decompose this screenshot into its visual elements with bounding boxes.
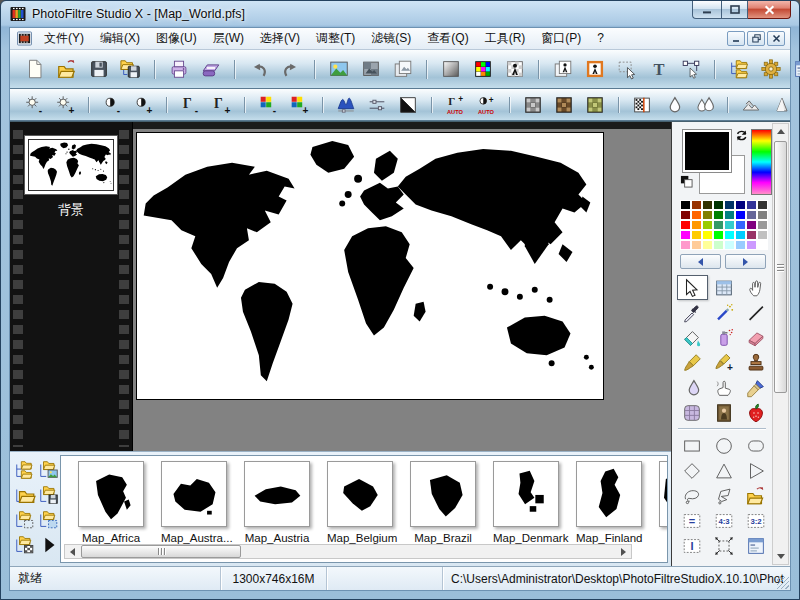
palette-color[interactable]	[746, 220, 757, 230]
menu-item[interactable]: 文件(Y)	[36, 29, 92, 47]
art-brush-tool[interactable]	[741, 375, 772, 400]
contrast-plus-button[interactable]: +	[130, 93, 156, 117]
palette-color[interactable]	[757, 200, 768, 210]
histogram-button[interactable]	[333, 93, 359, 117]
hand-tool[interactable]	[741, 275, 772, 300]
auto-gamma-button[interactable]: Γ+AUTO	[442, 93, 468, 117]
palette-color[interactable]	[691, 240, 702, 250]
browser-thumbnail[interactable]: M	[659, 461, 668, 544]
load-shape-shape-tool[interactable]	[741, 483, 772, 508]
foreground-color-swatch[interactable]	[683, 130, 731, 172]
palette-color[interactable]	[702, 240, 713, 250]
auto-contrast-button[interactable]: +AUTO	[473, 93, 499, 117]
transparency-button[interactable]	[501, 56, 528, 83]
relief-button[interactable]	[738, 93, 764, 117]
gamma-plus-button[interactable]: Γ+	[208, 93, 234, 117]
palette-color[interactable]	[724, 220, 735, 230]
duplicate-layer-button[interactable]	[549, 56, 576, 83]
image-frame-button[interactable]	[581, 56, 608, 83]
palette-color[interactable]	[757, 220, 768, 230]
palette-color[interactable]	[680, 200, 691, 210]
polygon-shape-tool[interactable]	[709, 483, 740, 508]
eyedropper-tool[interactable]	[677, 300, 708, 325]
minimize-button[interactable]	[692, 1, 721, 19]
menu-item[interactable]: 滤镜(S)	[363, 29, 419, 47]
triangle-shape-tool[interactable]	[709, 458, 740, 483]
palette-color[interactable]	[757, 210, 768, 220]
redo-button[interactable]	[277, 56, 304, 83]
options-window-button[interactable]	[789, 56, 800, 83]
ratio-4-3-shape-tool[interactable]: 4:3	[709, 508, 740, 533]
ellipse-shape-tool[interactable]	[709, 433, 740, 458]
line-tool[interactable]	[741, 300, 772, 325]
artistic-tool[interactable]	[709, 400, 740, 425]
document-icon[interactable]	[17, 31, 32, 46]
lasso-shape-tool[interactable]	[677, 483, 708, 508]
palette-color[interactable]	[691, 220, 702, 230]
palette-color[interactable]	[735, 230, 746, 240]
palette-color[interactable]	[746, 200, 757, 210]
rounded-rectangle-shape-tool[interactable]	[741, 433, 772, 458]
explore-folder-button[interactable]	[14, 459, 35, 480]
menu-item[interactable]: 工具(R)	[477, 29, 534, 47]
menu-item[interactable]: 层(W)	[205, 29, 252, 47]
palette-color[interactable]	[724, 230, 735, 240]
new-file-button[interactable]	[21, 56, 48, 83]
mosaic-gray-button[interactable]	[520, 93, 546, 117]
palette-square-button[interactable]	[469, 56, 496, 83]
palette-color[interactable]	[713, 230, 724, 240]
manual-size-shape-tool[interactable]: I	[677, 533, 708, 558]
hue-gradient-bar[interactable]	[751, 129, 772, 195]
palette-prev-button[interactable]	[680, 254, 721, 269]
scroll-down-icon[interactable]	[773, 549, 788, 564]
palette-color[interactable]	[713, 220, 724, 230]
finger-tool[interactable]	[709, 375, 740, 400]
palette-color[interactable]	[691, 230, 702, 240]
airbrush-tool[interactable]	[709, 325, 740, 350]
save-button[interactable]	[85, 56, 112, 83]
palette-color[interactable]	[680, 220, 691, 230]
palette-color[interactable]	[702, 220, 713, 230]
folder-selection-button[interactable]	[14, 509, 35, 530]
palette-color[interactable]	[691, 200, 702, 210]
layer-thumbnail[interactable]	[24, 135, 118, 195]
path-tool-button[interactable]	[677, 56, 704, 83]
mosaic-sepia-button[interactable]	[551, 93, 577, 117]
expand-selection-shape-tool[interactable]	[709, 533, 740, 558]
explorer-button[interactable]	[725, 56, 752, 83]
menu-item[interactable]: 图像(U)	[148, 29, 205, 47]
palette-color[interactable]	[691, 210, 702, 220]
eraser-tool[interactable]	[741, 325, 772, 350]
gamma-minus-button[interactable]: Γ-	[177, 93, 203, 117]
browser-thumbnail[interactable]: Map_Denmark	[493, 461, 559, 544]
print-button[interactable]	[165, 56, 192, 83]
mosaic-olive-button[interactable]	[582, 93, 608, 117]
ratio-equal-shape-tool[interactable]: =	[677, 508, 708, 533]
plugins-gear-button[interactable]	[757, 56, 784, 83]
scrollbar-thumb[interactable]	[81, 545, 241, 558]
palette-color[interactable]	[724, 210, 735, 220]
palette-color[interactable]	[735, 240, 746, 250]
negative-button[interactable]	[395, 93, 421, 117]
fill-tool[interactable]	[677, 325, 708, 350]
palette-color[interactable]	[713, 200, 724, 210]
brightness-plus-button[interactable]: +	[52, 93, 78, 117]
photo-button[interactable]	[325, 56, 352, 83]
browser-thumbnail[interactable]: Map_Finland	[576, 461, 642, 544]
emboss-button[interactable]	[769, 93, 795, 117]
blur-button[interactable]	[660, 93, 686, 117]
folder-open-button[interactable]	[14, 484, 35, 505]
browser-thumbnail[interactable]: Map_Austra...	[161, 461, 227, 544]
mdi-restore-button[interactable]	[747, 31, 765, 46]
gradient-square-button[interactable]	[437, 56, 464, 83]
palette-color[interactable]	[713, 240, 724, 250]
palette-color[interactable]	[735, 210, 746, 220]
red-eye-tool[interactable]	[741, 400, 772, 425]
close-button[interactable]	[748, 1, 791, 19]
palette-color[interactable]	[757, 230, 768, 240]
blur-more-button[interactable]	[691, 93, 717, 117]
palette-color[interactable]	[746, 240, 757, 250]
palette-color[interactable]	[724, 200, 735, 210]
contrast-minus-button[interactable]: -	[99, 93, 125, 117]
right-triangle-shape-tool[interactable]	[741, 458, 772, 483]
